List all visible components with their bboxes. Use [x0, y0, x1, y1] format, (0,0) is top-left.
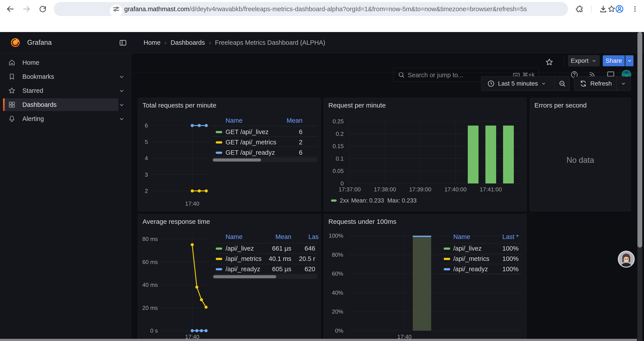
- chevron-down-icon: [627, 58, 632, 64]
- time-range-picker[interactable]: Last 5 minutes: [481, 80, 554, 88]
- table-scrollbar-thumb[interactable]: [213, 158, 261, 162]
- legend-series-pill[interactable]: [331, 199, 337, 202]
- chevron-down-icon[interactable]: [118, 88, 125, 94]
- y-axis-tick: 3: [138, 171, 148, 178]
- y-axis-tick: 0.05: [324, 168, 344, 174]
- toolbar-divider: [591, 5, 592, 13]
- series-value-2: 620: [289, 265, 315, 273]
- table-header-col3[interactable]: Las: [308, 233, 319, 240]
- y-axis-tick: 40%: [324, 289, 343, 296]
- reload-icon[interactable]: [38, 4, 48, 14]
- panel-chart-area: 6543217:40NameMeanGET /api/_livez6GET /a…: [138, 98, 320, 211]
- panel-title[interactable]: Request per minute: [328, 102, 386, 109]
- y-axis-tick: 60%: [324, 270, 343, 277]
- table-header-name[interactable]: Name: [226, 117, 242, 124]
- horizontal-scrollbar-thumb[interactable]: [0, 339, 637, 341]
- breadcrumb-home[interactable]: Home: [144, 32, 160, 53]
- download-icon[interactable]: [598, 4, 608, 14]
- vertical-scrollbar-thumb[interactable]: [638, 32, 642, 247]
- y-axis-tick: 20%: [324, 308, 343, 315]
- sidebar-item-alerting[interactable]: Alerting: [0, 112, 131, 126]
- grafana-logo-icon[interactable]: [10, 37, 20, 48]
- time-range-group: Last 5 minutes: [481, 76, 570, 91]
- table-separator: [440, 243, 521, 243]
- kebab-menu-icon[interactable]: [630, 4, 640, 14]
- series-color-pill: [216, 247, 222, 250]
- y-axis-tick: 0 s: [138, 327, 158, 334]
- series-color-pill: [444, 258, 450, 260]
- browser-toolbar: grafana.mathmast.com/d/deytv4rwavabkb/fr…: [0, 0, 644, 18]
- screen: grafana.mathmast.com/d/deytv4rwavabkb/fr…: [0, 0, 644, 341]
- series-value-2: 646: [289, 245, 315, 252]
- refresh-button[interactable]: Refresh: [574, 80, 616, 88]
- breadcrumb-dashboards[interactable]: Dashboards: [170, 32, 205, 53]
- x-axis-tick: 17:41:00: [474, 186, 507, 193]
- no-data-message: No data: [566, 156, 594, 165]
- y-axis-tick: 40 ms: [138, 281, 158, 288]
- extensions-puzzle-icon[interactable]: [574, 4, 584, 14]
- series-value: 6: [254, 128, 302, 136]
- panel-title[interactable]: Total requests per minute: [142, 102, 216, 109]
- url-domain: grafana.mathmast.com: [124, 6, 190, 13]
- table-header-name[interactable]: Name: [453, 233, 470, 240]
- y-axis-tick: 0.25: [324, 118, 344, 125]
- sidebar-item-home[interactable]: Home: [0, 56, 131, 70]
- panel-requests-under-100ms: 100%80%60%40%20%0%17:40NameLast */api/_l…: [324, 214, 526, 341]
- breadcrumb-separator: ›: [160, 32, 170, 53]
- table-header-name[interactable]: Name: [226, 233, 242, 240]
- table-separator: [212, 243, 318, 243]
- zoom-out-button[interactable]: [555, 80, 570, 88]
- panel-title[interactable]: Errors per second: [534, 102, 586, 109]
- breadcrumb: Home › Dashboards › Freeleaps Metrics Da…: [144, 32, 325, 53]
- star-icon: [8, 87, 16, 95]
- share-dropdown-button[interactable]: [625, 55, 634, 66]
- y-axis-tick: 20 ms: [138, 304, 158, 311]
- panel-toggle-icon[interactable]: [119, 39, 127, 47]
- favorite-star-icon[interactable]: [545, 58, 554, 67]
- bookmarks-bar: Freeleaps 收藏博客: [0, 18, 644, 32]
- series-value: 661 µs: [243, 245, 291, 252]
- x-axis-tick: 17:38:00: [368, 186, 401, 193]
- export-button[interactable]: Export: [568, 55, 600, 66]
- panel-average-response-time: 80 ms60 ms40 ms20 ms0 s17:40NameMeanLas/…: [138, 214, 321, 341]
- panel-title[interactable]: Average response time: [142, 218, 210, 225]
- legend-series-label[interactable]: 2xx: [340, 197, 349, 204]
- legend-stat: Mean: 0.233: [351, 197, 384, 204]
- brand-title: Grafana: [27, 32, 52, 53]
- table-header-col2[interactable]: Mean: [248, 233, 291, 240]
- x-axis-tick: 17:40:00: [439, 186, 472, 193]
- profile-avatar-icon[interactable]: [614, 4, 624, 14]
- breadcrumb-separator: ›: [205, 32, 215, 53]
- chevron-down-icon: [620, 81, 626, 87]
- series-color-pill: [216, 131, 222, 133]
- table-separator: [212, 126, 318, 126]
- sidebar-item-dashboards[interactable]: Dashboards: [0, 98, 131, 112]
- forward-arrow-icon[interactable]: [22, 4, 32, 14]
- y-axis-tick: 100%: [324, 232, 343, 239]
- clock-icon: [487, 80, 495, 88]
- chevron-down-icon[interactable]: [118, 74, 125, 80]
- y-axis-tick: 0.15: [324, 143, 344, 150]
- url-bar[interactable]: grafana.mathmast.com/d/deytv4rwavabkb/fr…: [54, 2, 568, 16]
- url-text[interactable]: grafana.mathmast.com/d/deytv4rwavabkb/fr…: [124, 2, 527, 16]
- series-color-pill: [444, 247, 450, 250]
- sidebar-item-starred[interactable]: Starred: [0, 84, 131, 98]
- series-value: 100%: [470, 265, 518, 273]
- chevron-down-icon[interactable]: [118, 102, 125, 108]
- tune-icon[interactable]: [112, 4, 120, 14]
- table-header-col2[interactable]: Mean: [259, 117, 302, 124]
- dashboards-grid-icon: [8, 101, 16, 109]
- table-header-col2[interactable]: Last *: [475, 233, 518, 240]
- subheader-divider: [564, 57, 564, 67]
- share-button[interactable]: Share: [603, 55, 625, 66]
- back-arrow-icon[interactable]: [5, 4, 15, 14]
- chevron-down-icon[interactable]: [118, 116, 125, 122]
- table-scrollbar-thumb[interactable]: [213, 275, 276, 278]
- assistant-avatar[interactable]: [618, 250, 635, 268]
- panel-title[interactable]: Requests under 100ms: [328, 218, 396, 225]
- sidebar: Home Bookmarks Starred Dashboards Alerti…: [0, 53, 131, 341]
- sidebar-item-bookmarks[interactable]: Bookmarks: [0, 70, 131, 84]
- y-axis-tick: 4: [138, 155, 148, 162]
- refresh-interval-dropdown[interactable]: [616, 81, 630, 87]
- series-value: 100%: [470, 245, 518, 252]
